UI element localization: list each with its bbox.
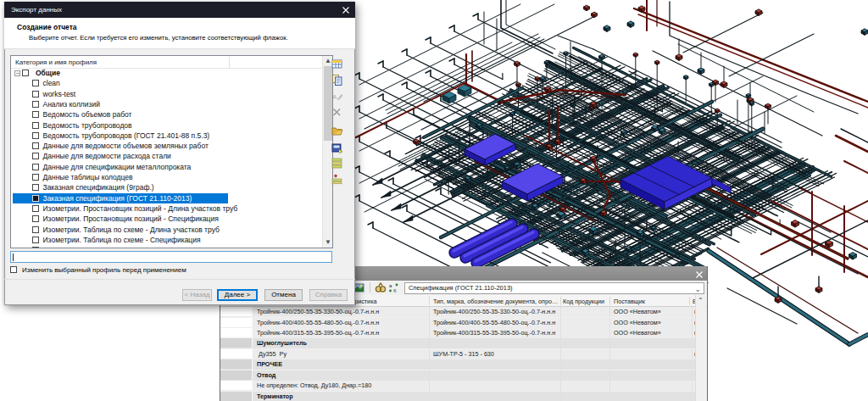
svg-text:б: б bbox=[393, 288, 397, 293]
svg-text:а: а bbox=[389, 283, 392, 288]
svg-text:A: A bbox=[332, 93, 337, 101]
